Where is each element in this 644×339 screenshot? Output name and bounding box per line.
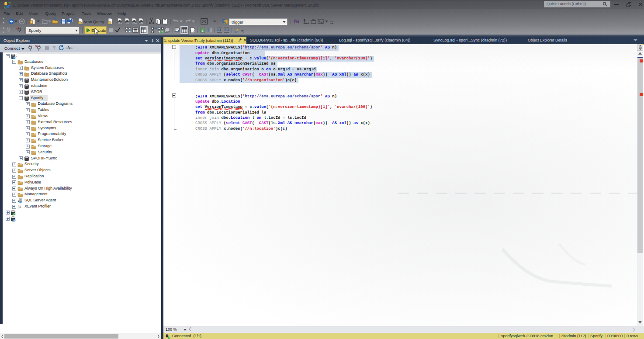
svg-text:MDX: MDX (118, 22, 122, 24)
svg-text:?: ? (207, 28, 210, 33)
svg-text:DAX: DAX (140, 22, 143, 24)
svg-text:XMLA: XMLA (132, 22, 137, 24)
svg-text:1: 1 (201, 29, 204, 33)
svg-text:DMX: DMX (125, 22, 129, 24)
svg-text:@: @ (234, 30, 238, 33)
